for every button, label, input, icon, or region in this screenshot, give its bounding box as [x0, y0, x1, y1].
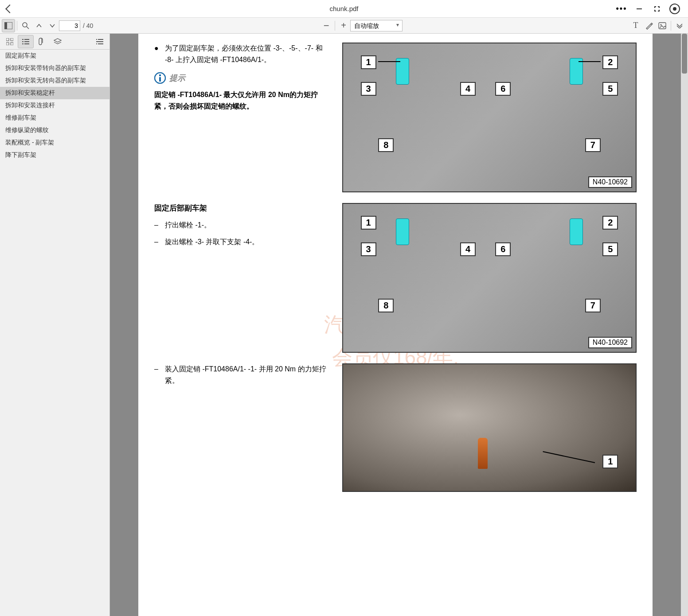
- outline-item[interactable]: 维修副车架: [0, 112, 109, 124]
- outline-button[interactable]: [18, 35, 34, 48]
- technical-diagram: 1 2 3 4 6 5 8 7 N40-10692: [342, 43, 637, 192]
- svg-line-4: [27, 27, 29, 29]
- outline-item[interactable]: 拆卸和安装稳定杆: [0, 87, 109, 99]
- zoom-out-button[interactable]: −: [320, 19, 333, 32]
- diagram-id: N40-10692: [588, 176, 632, 188]
- info-icon: [154, 72, 166, 84]
- section-heading: 固定后部副车架: [154, 203, 332, 213]
- step-text: 装入固定销 -FT10486A/1- -1- 并用 20 Nm 的力矩拧紧。: [165, 363, 332, 386]
- text-tool-button[interactable]: T: [629, 19, 642, 32]
- hint-label: 提示: [169, 73, 185, 83]
- svg-rect-23: [159, 74, 161, 76]
- next-page-button[interactable]: [46, 19, 59, 32]
- technical-photo: 1: [342, 363, 637, 492]
- svg-point-6: [661, 24, 662, 25]
- outline-item[interactable]: 拆卸和安装带转向器的副车架: [0, 62, 109, 74]
- more-button[interactable]: •••: [615, 3, 628, 15]
- outline-item[interactable]: 降下副车架: [0, 149, 109, 161]
- outline-item[interactable]: 拆卸和安装无转向器的副车架: [0, 74, 109, 87]
- titlebar: chunk.pdf •••: [0, 0, 688, 18]
- outline-settings-button[interactable]: [92, 35, 108, 48]
- svg-point-3: [23, 23, 27, 27]
- body-text: 为了固定副车架，必须依次在位置 -3-、-5-、-7- 和 -8- 上拧入固定销…: [165, 43, 332, 65]
- outline-item[interactable]: 维修纵梁的螺纹: [0, 124, 109, 136]
- sidebar-toggle-button[interactable]: [2, 19, 15, 32]
- svg-rect-7: [6, 38, 9, 41]
- prev-page-button[interactable]: [32, 19, 46, 32]
- svg-rect-10: [11, 43, 13, 45]
- bullet-icon: ●: [154, 43, 165, 65]
- thumbnails-button[interactable]: [2, 35, 18, 48]
- outline-item[interactable]: 装配概览 - 副车架: [0, 136, 109, 149]
- maximize-button[interactable]: [651, 3, 663, 15]
- outline-item[interactable]: 拆卸和安装连接杆: [0, 99, 109, 112]
- svg-rect-2: [4, 22, 7, 29]
- step-text: 拧出螺栓 -1-。: [165, 219, 211, 231]
- scrollbar-thumb[interactable]: [682, 34, 687, 74]
- toolbar: / 40 − + 自动缩放 T: [0, 18, 688, 34]
- attachments-button[interactable]: [34, 35, 50, 48]
- back-button[interactable]: [0, 0, 20, 18]
- warning-text: 固定销 -FT10486A/1- 最大仅允许用 20 Nm的力矩拧紧，否则会损坏…: [154, 89, 332, 112]
- svg-rect-9: [6, 43, 9, 45]
- vertical-scrollbar[interactable]: [681, 34, 688, 616]
- svg-rect-24: [159, 77, 161, 82]
- page-total-label: / 40: [83, 22, 93, 29]
- page-number-input[interactable]: [59, 20, 80, 31]
- sidebar: 固定副车架 拆卸和安装带转向器的副车架 拆卸和安装无转向器的副车架 拆卸和安装稳…: [0, 34, 110, 616]
- minimize-button[interactable]: [633, 3, 645, 15]
- pdf-page: 汽修帮手在线资 会员仅168/年, ● 为了固定副车架，必须依次在位置 -3-、…: [138, 34, 653, 616]
- tools-menu-button[interactable]: [673, 19, 686, 32]
- layers-button[interactable]: [50, 35, 66, 48]
- image-tool-button[interactable]: [656, 19, 669, 32]
- svg-rect-8: [11, 38, 13, 41]
- step-text: 旋出螺栓 -3- 并取下支架 -4-。: [165, 236, 259, 248]
- target-button[interactable]: [668, 3, 681, 15]
- pdf-viewer[interactable]: 汽修帮手在线资 会员仅168/年, ● 为了固定副车架，必须依次在位置 -3-、…: [110, 34, 681, 616]
- draw-tool-button[interactable]: [642, 19, 656, 32]
- zoom-select[interactable]: 自动缩放: [350, 20, 403, 31]
- outline-list: 固定副车架 拆卸和安装带转向器的副车架 拆卸和安装无转向器的副车架 拆卸和安装稳…: [0, 50, 109, 161]
- window-title: chunk.pdf: [329, 5, 358, 12]
- technical-diagram: 1 2 3 4 6 5 8 7 N40-10692: [342, 203, 637, 353]
- zoom-in-button[interactable]: +: [337, 19, 350, 32]
- diagram-id: N40-10692: [588, 337, 632, 348]
- outline-item[interactable]: 固定副车架: [0, 50, 109, 62]
- search-button[interactable]: [19, 19, 32, 32]
